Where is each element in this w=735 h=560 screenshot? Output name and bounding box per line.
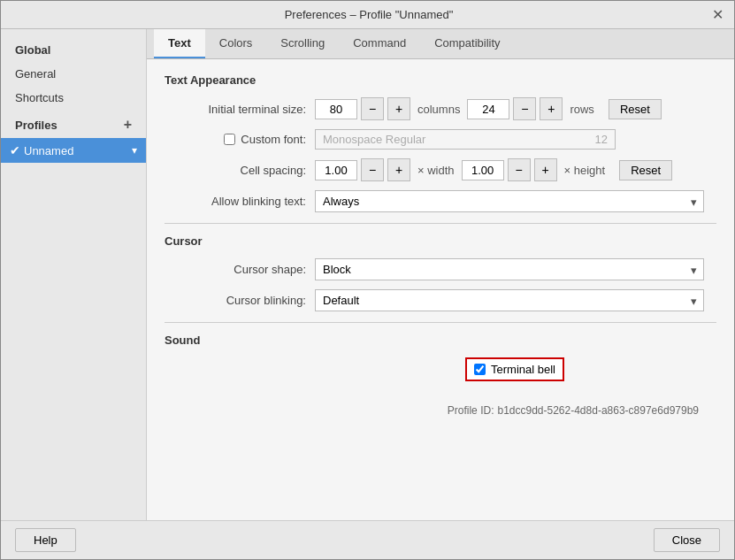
font-field[interactable]: Monospace Regular 12: [315, 129, 616, 150]
rows-input[interactable]: [467, 99, 509, 119]
tab-scrolling[interactable]: Scrolling: [266, 29, 339, 58]
height-plus-button[interactable]: +: [534, 158, 557, 181]
profile-expand-icon[interactable]: ▾: [132, 144, 137, 157]
custom-font-checkbox[interactable]: [224, 134, 235, 145]
width-unit-label: × width: [417, 164, 455, 177]
rows-minus-button[interactable]: −: [513, 97, 536, 120]
cursor-blink-row: Cursor blinking: Default Always Never ▾: [165, 289, 716, 311]
profile-id-value: b1dcc9dd-5262-4d8d-a863-c897e6d979b9: [497, 404, 699, 417]
rows-plus-button[interactable]: +: [540, 97, 563, 120]
profile-id-label: Profile ID:: [448, 404, 494, 417]
sound-section-title: Sound: [165, 334, 716, 347]
cursor-blink-select[interactable]: Default Always Never: [315, 289, 704, 311]
sidebar: Global General Shortcuts Profiles + ✔ Un…: [1, 29, 147, 520]
font-size-value: 12: [595, 133, 608, 146]
blink-row: Allow blinking text: Always Never Termin…: [165, 190, 716, 212]
terminal-bell-label: Terminal bell: [491, 363, 555, 376]
sidebar-item-general[interactable]: General: [1, 62, 146, 86]
columns-input[interactable]: [315, 99, 357, 119]
font-value: Monospace Regular: [323, 133, 425, 146]
help-button[interactable]: Help: [15, 528, 76, 552]
cursor-shape-dropdown-wrapper: Block I-Beam Underline ▾: [315, 258, 704, 280]
tab-command[interactable]: Command: [339, 29, 420, 58]
blink-select[interactable]: Always Never Terminal Setting: [315, 190, 704, 212]
custom-font-row: Custom font: Monospace Regular 12: [165, 129, 716, 150]
rows-unit-label: rows: [570, 103, 593, 116]
height-minus-button[interactable]: −: [508, 158, 531, 181]
divider-2: [165, 322, 716, 323]
add-profile-button[interactable]: +: [124, 117, 132, 133]
preferences-window: Preferences – Profile "Unnamed" ✕ Global…: [0, 0, 735, 560]
profile-check-icon: ✔: [10, 143, 20, 157]
divider-1: [165, 223, 716, 224]
columns-unit-label: columns: [417, 103, 460, 116]
cursor-blink-dropdown-wrapper: Default Always Never ▾: [315, 289, 704, 311]
height-unit-label: × height: [564, 164, 606, 177]
cell-spacing-row: Cell spacing: − + × width − + × height R…: [165, 158, 716, 181]
tab-content-text: Text Appearance Initial terminal size: −…: [147, 59, 734, 520]
close-icon[interactable]: ✕: [708, 6, 727, 23]
sidebar-item-shortcuts[interactable]: Shortcuts: [1, 86, 146, 110]
appearance-section-title: Text Appearance: [165, 73, 716, 87]
cursor-shape-select[interactable]: Block I-Beam Underline: [315, 258, 704, 280]
profiles-label: Profiles: [15, 119, 57, 132]
profile-name-label: Unnamed: [24, 144, 132, 157]
tab-colors[interactable]: Colors: [205, 29, 267, 58]
custom-font-label: Custom font:: [241, 133, 306, 146]
columns-minus-button[interactable]: −: [361, 97, 384, 120]
width-minus-button[interactable]: −: [361, 158, 384, 181]
custom-font-label-wrapper: Custom font:: [165, 133, 315, 146]
sound-row: Terminal bell: [165, 357, 716, 381]
blink-label: Allow blinking text:: [165, 195, 315, 208]
width-input[interactable]: [315, 160, 357, 180]
cell-spacing-reset-button[interactable]: Reset: [619, 160, 672, 180]
cursor-shape-label: Cursor shape:: [165, 263, 315, 276]
terminal-size-row: Initial terminal size: − + columns − + r…: [165, 97, 716, 120]
terminal-bell-checkbox[interactable]: [474, 364, 486, 375]
blink-dropdown-wrapper: Always Never Terminal Setting ▾: [315, 190, 704, 212]
sidebar-global-header: Global: [1, 36, 146, 62]
tab-compatibility[interactable]: Compatibility: [420, 29, 514, 58]
main-content: Global General Shortcuts Profiles + ✔ Un…: [1, 29, 734, 520]
bottom-bar: Help Close: [1, 520, 734, 559]
sidebar-profiles-header: Profiles +: [1, 110, 146, 138]
tabs-bar: Text Colors Scrolling Command Compatibil…: [147, 29, 734, 59]
height-input[interactable]: [462, 160, 504, 180]
cell-spacing-label: Cell spacing:: [165, 164, 315, 177]
close-button[interactable]: Close: [654, 528, 720, 552]
terminal-size-controls: − + columns − + rows Reset: [315, 97, 662, 120]
sidebar-item-unnamed-profile[interactable]: ✔ Unnamed ▾: [1, 138, 146, 163]
main-panel: Text Colors Scrolling Command Compatibil…: [147, 29, 734, 520]
cell-spacing-controls: − + × width − + × height Reset: [315, 158, 672, 181]
terminal-bell-wrapper: Terminal bell: [465, 357, 564, 381]
width-plus-button[interactable]: +: [387, 158, 410, 181]
cursor-section-title: Cursor: [165, 234, 716, 248]
window-title: Preferences – Profile "Unnamed": [29, 8, 708, 21]
terminal-size-label: Initial terminal size:: [165, 103, 315, 116]
cursor-blink-label: Cursor blinking:: [165, 294, 315, 307]
terminal-size-reset-button[interactable]: Reset: [609, 99, 662, 119]
columns-plus-button[interactable]: +: [387, 97, 410, 120]
titlebar: Preferences – Profile "Unnamed" ✕: [1, 1, 734, 29]
cursor-shape-row: Cursor shape: Block I-Beam Underline ▾: [165, 258, 716, 280]
tab-text[interactable]: Text: [154, 29, 205, 58]
profile-id-row: Profile ID: b1dcc9dd-5262-4d8d-a863-c897…: [165, 390, 716, 424]
